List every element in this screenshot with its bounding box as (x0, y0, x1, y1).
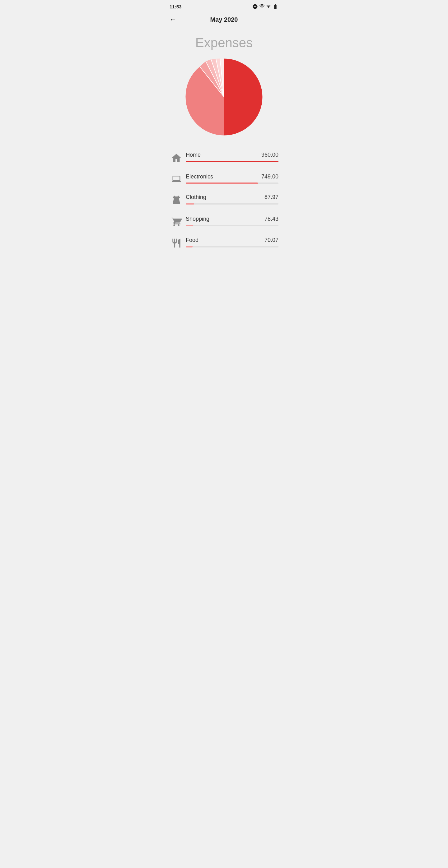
categories-list: Home 960.00 Electronics 749.00 (163, 147, 285, 254)
electronics-progress-bg (186, 183, 278, 184)
tshirt-icon (171, 195, 182, 206)
shopping-row: Shopping 78.43 (186, 216, 278, 222)
shopping-name: Shopping (186, 216, 209, 222)
status-bar: 11:53 (163, 0, 285, 12)
shopping-icon-container (170, 216, 183, 227)
food-progress-fill (186, 246, 192, 247)
home-progress-bg (186, 161, 278, 162)
pie-chart (184, 57, 264, 137)
status-time: 11:53 (170, 4, 181, 9)
header: ← May 2020 (163, 12, 285, 29)
clothing-name: Clothing (186, 194, 206, 200)
home-row: Home 960.00 (186, 152, 278, 158)
food-amount: 70.07 (264, 237, 278, 243)
electronics-amount: 749.00 (261, 174, 278, 180)
category-item-electronics[interactable]: Electronics 749.00 (170, 168, 278, 189)
battery-icon (272, 4, 278, 9)
electronics-row: Electronics 749.00 (186, 174, 278, 180)
home-details: Home 960.00 (183, 152, 278, 162)
chart-container (163, 54, 285, 147)
food-name: Food (186, 237, 199, 243)
clothing-details: Clothing 87.97 (183, 194, 278, 205)
shopping-progress-bg (186, 225, 278, 226)
signal-icon (266, 4, 271, 9)
home-name: Home (186, 152, 201, 158)
clothing-icon-container (170, 194, 183, 206)
utensils-icon (171, 238, 182, 249)
food-icon-container (170, 237, 183, 249)
dnd-icon (252, 4, 258, 9)
category-item-shopping[interactable]: Shopping 78.43 (170, 211, 278, 232)
food-row: Food 70.07 (186, 237, 278, 243)
cart-icon (171, 216, 182, 227)
clothing-amount: 87.97 (264, 194, 278, 200)
shopping-progress-fill (186, 225, 193, 226)
electronics-name: Electronics (186, 174, 213, 180)
clothing-progress-bg (186, 203, 278, 205)
clothing-progress-fill (186, 203, 194, 205)
status-icons (252, 4, 278, 9)
shopping-amount: 78.43 (264, 216, 278, 222)
home-amount: 960.00 (261, 152, 278, 158)
electronics-progress-fill (186, 183, 258, 184)
home-icon-container (170, 152, 183, 163)
shopping-details: Shopping 78.43 (183, 216, 278, 226)
home-progress-fill (186, 161, 278, 162)
category-item-clothing[interactable]: Clothing 87.97 (170, 189, 278, 211)
expenses-title: Expenses (163, 29, 285, 54)
wifi-icon (259, 4, 265, 9)
page-title: May 2020 (179, 16, 278, 23)
clothing-row: Clothing 87.97 (186, 194, 278, 200)
back-button[interactable]: ← (170, 15, 179, 24)
electronics-details: Electronics 749.00 (183, 174, 278, 184)
laptop-icon (171, 174, 182, 183)
home-icon (171, 152, 182, 163)
food-details: Food 70.07 (183, 237, 278, 247)
food-progress-bg (186, 246, 278, 247)
electronics-icon-container (170, 174, 183, 183)
home-segment (224, 59, 263, 135)
category-item-food[interactable]: Food 70.07 (170, 232, 278, 254)
category-item-home[interactable]: Home 960.00 (170, 147, 278, 168)
